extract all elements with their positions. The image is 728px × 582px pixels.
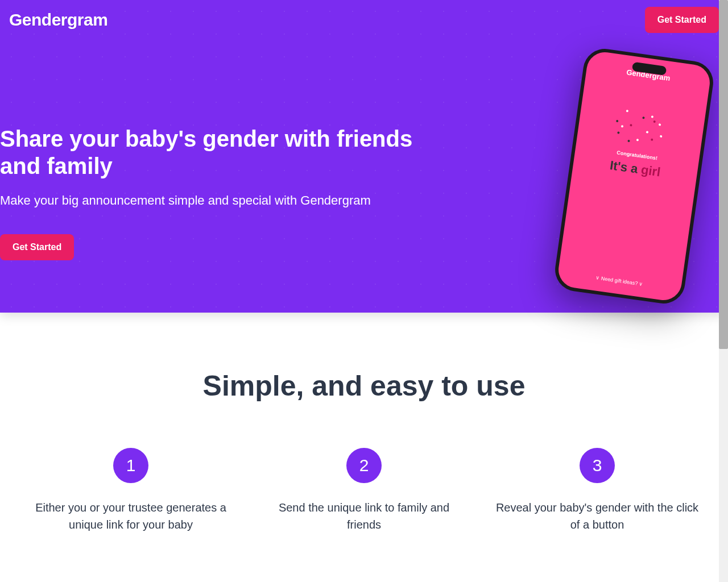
step-number-badge: 1 bbox=[113, 448, 148, 483]
step-number-badge: 3 bbox=[580, 448, 615, 483]
scrollbar[interactable] bbox=[719, 0, 728, 567]
step-description: Either you or your trustee generates a u… bbox=[23, 499, 239, 533]
step-1: 1 Either you or your trustee generates a… bbox=[23, 448, 239, 533]
features-section: Simple, and easy to use 1 Either you or … bbox=[0, 313, 728, 567]
hero-content: Share your baby's gender with friends an… bbox=[0, 40, 728, 294]
phone-screen: Gendergram Congratul bbox=[556, 50, 712, 302]
steps-container: 1 Either you or your trustee generates a… bbox=[23, 448, 705, 533]
step-description: Send the unique link to family and frien… bbox=[256, 499, 472, 533]
phone-reveal-text: It's a girl bbox=[609, 158, 661, 180]
hero-subtitle: Make your big announcement simple and sp… bbox=[0, 193, 432, 208]
step-2: 2 Send the unique link to family and fri… bbox=[256, 448, 472, 533]
nav-get-started-button[interactable]: Get Started bbox=[645, 7, 719, 33]
scrollbar-thumb[interactable] bbox=[719, 0, 728, 349]
phone-footer-link: ∨ Need gift ideas? ∨ bbox=[595, 275, 644, 287]
hero-title: Share your baby's gender with friends an… bbox=[0, 125, 432, 180]
phone-reveal-prefix: It's a bbox=[609, 158, 639, 177]
step-3: 3 Reveal your baby's gender with the cli… bbox=[489, 448, 705, 533]
confetti-icon bbox=[609, 103, 672, 156]
phone-reveal-gender: girl bbox=[640, 163, 661, 180]
hero-section: Gendergram Get Started Share your baby's… bbox=[0, 0, 728, 313]
brand-logo[interactable]: Gendergram bbox=[9, 10, 107, 30]
step-number-badge: 2 bbox=[346, 448, 382, 483]
hero-text-block: Share your baby's gender with friends an… bbox=[0, 40, 432, 260]
hero-get-started-button[interactable]: Get Started bbox=[0, 234, 74, 260]
step-description: Reveal your baby's gender with the click… bbox=[489, 499, 705, 533]
features-title: Simple, and easy to use bbox=[23, 369, 705, 402]
navigation: Gendergram Get Started bbox=[0, 0, 728, 40]
phone-mockup: Gendergram Congratul bbox=[552, 46, 716, 306]
